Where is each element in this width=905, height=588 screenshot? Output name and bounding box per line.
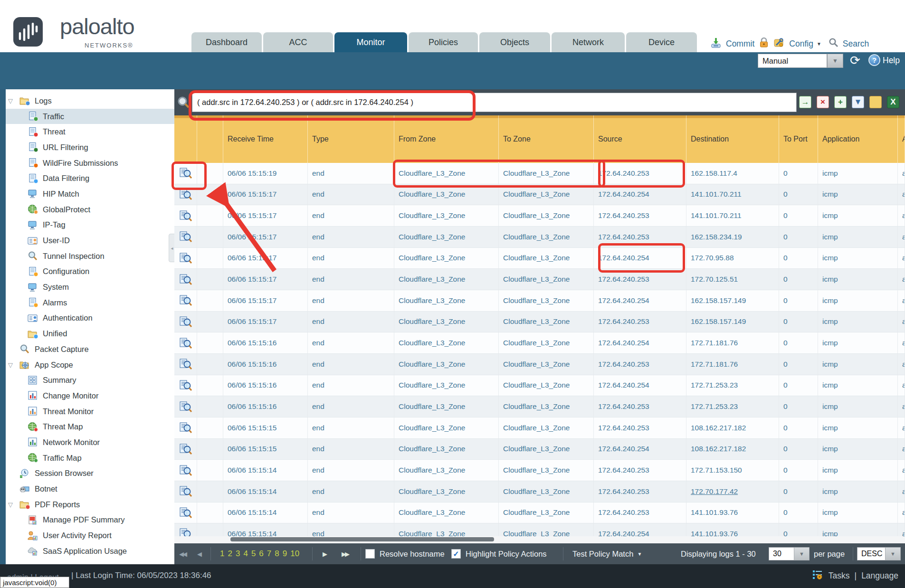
log-row[interactable]: 06/06 15:15:17endCloudflare_L3_ZoneCloud… bbox=[174, 312, 905, 333]
sidebar-item-change-monitor[interactable]: Change Monitor bbox=[6, 388, 174, 404]
log-detail-icon[interactable] bbox=[174, 163, 197, 184]
sidebar-item-threat-monitor[interactable]: Threat Monitor bbox=[6, 404, 174, 419]
cell-destination[interactable]: 141.101.93.76 bbox=[686, 523, 779, 537]
cell-destination[interactable]: 162.158.157.149 bbox=[686, 312, 779, 332]
sidebar-item-saas-application-usage[interactable]: SaaS Application Usage bbox=[6, 543, 174, 559]
tab-device[interactable]: Device bbox=[626, 32, 697, 52]
per-page-caret-icon[interactable]: ▼ bbox=[794, 547, 810, 560]
sidebar-item-manage-pdf-summary[interactable]: Manage PDF Summary bbox=[6, 512, 174, 528]
config-caret-icon[interactable]: ▼ bbox=[817, 41, 821, 47]
sidebar-item-alarms[interactable]: Alarms bbox=[6, 295, 174, 311]
cell-destination[interactable]: 162.158.157.149 bbox=[686, 290, 779, 311]
sidebar-item-threat-map[interactable]: Threat Map bbox=[6, 419, 174, 435]
log-detail-icon[interactable] bbox=[174, 269, 197, 290]
log-row[interactable]: 06/06 15:15:16endCloudflare_L3_ZoneCloud… bbox=[174, 332, 905, 354]
log-detail-icon[interactable] bbox=[174, 248, 197, 269]
prev-page-icon[interactable]: ◀ bbox=[197, 543, 200, 564]
sidebar-item-user-id[interactable]: User-ID bbox=[6, 233, 174, 248]
cell-destination[interactable]: 172.71.153.150 bbox=[686, 460, 779, 481]
test-policy-match-button[interactable]: Test Policy Match ▼ bbox=[572, 543, 642, 564]
refresh-mode-select[interactable]: Manual bbox=[758, 54, 827, 68]
page-number[interactable]: 10 bbox=[290, 549, 299, 559]
tab-dashboard[interactable]: Dashboard bbox=[191, 32, 262, 52]
sidebar-item-authentication[interactable]: Authentication bbox=[6, 311, 174, 326]
column-header-application[interactable]: Application bbox=[818, 115, 898, 163]
cell-destination[interactable]: 141.101.70.211 bbox=[686, 184, 779, 205]
expander-icon[interactable]: ▽ bbox=[6, 361, 19, 369]
cell-destination[interactable]: 172.71.253.23 bbox=[686, 375, 779, 396]
search-button[interactable]: Search bbox=[843, 39, 869, 49]
config-button[interactable]: Config bbox=[789, 39, 813, 49]
sidebar-item-hip-match[interactable]: HIP Match bbox=[6, 186, 174, 202]
cell-destination[interactable]: 141.101.93.76 bbox=[686, 503, 779, 523]
column-header-source[interactable]: Source bbox=[594, 115, 686, 163]
highlight-policy-checkbox[interactable]: ✓ bbox=[451, 549, 461, 559]
sidebar-item-summary[interactable]: Summary bbox=[6, 372, 174, 388]
sidebar-item-botnet[interactable]: Botnet bbox=[6, 481, 174, 497]
sidebar-item-pdf-reports[interactable]: ▽PDF Reports bbox=[6, 497, 174, 512]
tasks-link[interactable]: Tasks bbox=[829, 571, 850, 581]
column-header-to-port[interactable]: To Port bbox=[779, 115, 818, 163]
log-row[interactable]: 06/06 15:15:15endCloudflare_L3_ZoneCloud… bbox=[174, 439, 905, 460]
cell-destination[interactable]: 162.158.117.4 bbox=[686, 163, 779, 184]
page-number[interactable]: 5 bbox=[251, 549, 256, 559]
column-header-from-zone[interactable]: From Zone bbox=[394, 115, 499, 163]
log-detail-icon[interactable] bbox=[174, 439, 197, 460]
log-row[interactable]: 06/06 15:15:16endCloudflare_L3_ZoneCloud… bbox=[174, 375, 905, 397]
column-header-destination[interactable]: Destination bbox=[686, 115, 779, 163]
column-header-receive-time[interactable]: Receive Time bbox=[223, 115, 308, 163]
refresh-icon[interactable]: ⟳ bbox=[850, 53, 863, 67]
log-row[interactable]: 06/06 15:15:14endCloudflare_L3_ZoneCloud… bbox=[174, 523, 905, 537]
log-detail-icon[interactable] bbox=[174, 396, 197, 417]
next-page-icon[interactable]: ▶ bbox=[323, 543, 326, 564]
commit-button[interactable]: Commit bbox=[726, 39, 754, 49]
cell-destination[interactable]: 172.71.253.23 bbox=[686, 396, 779, 417]
log-row[interactable]: 06/06 15:15:17endCloudflare_L3_ZoneCloud… bbox=[174, 227, 905, 248]
log-row[interactable]: 06/06 15:15:14endCloudflare_L3_ZoneCloud… bbox=[174, 481, 905, 503]
log-detail-icon[interactable] bbox=[174, 523, 197, 537]
sidebar-item-network-monitor[interactable]: Network Monitor bbox=[6, 435, 174, 450]
sidebar-item-globalprotect[interactable]: GlobalProtect bbox=[6, 202, 174, 218]
page-number[interactable]: 1 bbox=[220, 549, 224, 559]
add-filter-icon[interactable]: + bbox=[834, 96, 847, 108]
per-page-value[interactable]: 30 bbox=[769, 547, 794, 560]
cell-destination[interactable]: 141.101.70.211 bbox=[686, 205, 779, 226]
page-number[interactable]: 7 bbox=[267, 549, 271, 559]
column-header-type[interactable]: Type bbox=[308, 115, 394, 163]
log-row[interactable]: 06/06 15:15:16endCloudflare_L3_ZoneCloud… bbox=[174, 354, 905, 375]
log-row[interactable]: 06/06 15:15:15endCloudflare_L3_ZoneCloud… bbox=[174, 417, 905, 439]
page-number[interactable]: 6 bbox=[259, 549, 263, 559]
log-row[interactable]: 06/06 15:15:17endCloudflare_L3_ZoneCloud… bbox=[174, 184, 905, 206]
page-number[interactable]: 9 bbox=[283, 549, 287, 559]
sidebar-item-data-filtering[interactable]: Data Filtering bbox=[6, 171, 174, 186]
cell-destination[interactable]: 108.162.217.182 bbox=[686, 439, 779, 460]
cell-destination[interactable]: 162.158.234.19 bbox=[686, 227, 779, 247]
sidebar-item-system[interactable]: System bbox=[6, 279, 174, 295]
sidebar-item-traffic[interactable]: Traffic bbox=[6, 109, 174, 124]
log-row[interactable]: 06/06 15:15:17endCloudflare_L3_ZoneCloud… bbox=[174, 205, 905, 227]
sort-order-caret-icon[interactable]: ▼ bbox=[886, 547, 901, 560]
log-detail-icon[interactable] bbox=[174, 184, 197, 205]
cell-destination[interactable]: 172.71.181.76 bbox=[686, 332, 779, 353]
cell-destination[interactable]: 172.70.125.51 bbox=[686, 269, 779, 290]
page-number[interactable]: 4 bbox=[243, 549, 248, 559]
sidebar-item-session-browser[interactable]: Session Browser bbox=[6, 466, 174, 482]
page-number[interactable]: 2 bbox=[228, 549, 232, 559]
column-header-to-zone[interactable]: To Zone bbox=[499, 115, 594, 163]
refresh-mode-caret-icon[interactable]: ▼ bbox=[827, 54, 843, 68]
first-page-icon[interactable]: ◀◀ bbox=[179, 543, 186, 564]
log-row[interactable]: 06/06 15:15:14endCloudflare_L3_ZoneCloud… bbox=[174, 503, 905, 524]
save-filter-icon[interactable]: ▼ bbox=[852, 96, 864, 108]
cell-destination[interactable]: 172.70.95.88 bbox=[686, 248, 779, 269]
log-detail-icon[interactable] bbox=[174, 290, 197, 311]
log-detail-icon[interactable] bbox=[174, 312, 197, 332]
log-detail-icon[interactable] bbox=[174, 354, 197, 375]
sidebar-item-app-scope[interactable]: ▽App Scope bbox=[6, 357, 174, 373]
log-detail-icon[interactable] bbox=[174, 460, 197, 481]
cell-destination[interactable]: 172.71.181.76 bbox=[686, 354, 779, 375]
sidebar-item-user-activity-report[interactable]: User Activity Report bbox=[6, 528, 174, 543]
page-number[interactable]: 8 bbox=[275, 549, 279, 559]
log-detail-icon[interactable] bbox=[174, 375, 197, 396]
sidebar-item-configuration[interactable]: Configuration bbox=[6, 264, 174, 280]
sidebar-item-url-filtering[interactable]: URL Filtering bbox=[6, 140, 174, 155]
